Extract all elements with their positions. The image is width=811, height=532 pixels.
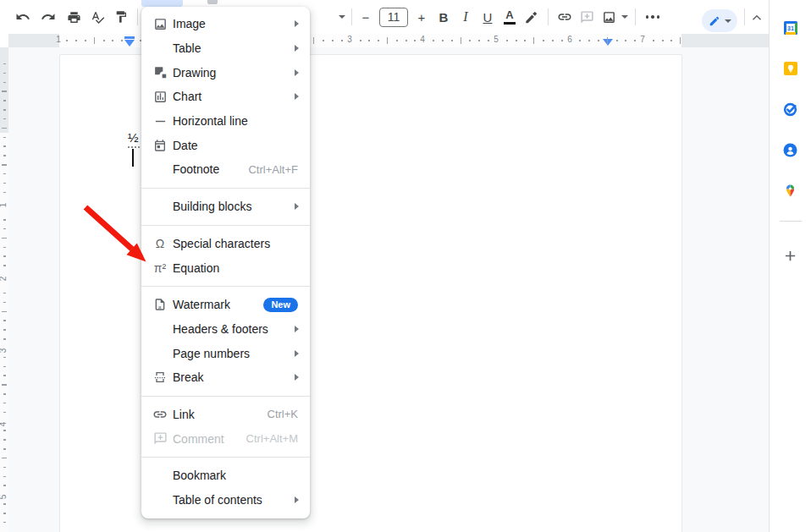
equation-icon: π² bbox=[152, 262, 168, 274]
ruler-tick bbox=[2, 238, 7, 239]
submenu-arrow-icon bbox=[295, 496, 299, 503]
google-tasks-icon[interactable] bbox=[770, 89, 811, 129]
menu-item-label: Bookmark bbox=[173, 469, 226, 482]
print-icon[interactable] bbox=[63, 6, 85, 28]
ruler-number: 6 bbox=[567, 35, 572, 44]
font-size-decrease-button[interactable]: − bbox=[355, 6, 377, 28]
submenu-arrow-icon bbox=[295, 20, 299, 27]
highlight-color-icon[interactable] bbox=[521, 6, 543, 28]
ruler-number: 3 bbox=[347, 35, 352, 44]
menu-item-label: Table of contents bbox=[173, 493, 262, 507]
ruler-tick bbox=[3, 155, 6, 156]
ruler-tick bbox=[516, 40, 517, 41]
text-color-icon: A bbox=[504, 9, 516, 25]
toolbar-separator bbox=[351, 8, 352, 25]
ruler-tick bbox=[2, 458, 7, 459]
font-size-increase-button[interactable]: + bbox=[411, 6, 433, 28]
menu-item-date[interactable]: Date bbox=[141, 133, 310, 157]
ruler-tick bbox=[2, 311, 7, 313]
menu-item-page-numbers[interactable]: Page numbers bbox=[141, 341, 310, 365]
date-icon bbox=[152, 139, 168, 152]
hide-menus-chevron-icon[interactable] bbox=[746, 7, 768, 29]
font-dropdown-caret-icon[interactable] bbox=[335, 6, 349, 28]
ruler-tick bbox=[396, 40, 398, 41]
menu-item-label: Horizontal line bbox=[173, 114, 248, 128]
right-indent-marker[interactable] bbox=[603, 39, 613, 46]
menu-item-table[interactable]: Table bbox=[141, 36, 310, 61]
more-options-icon[interactable] bbox=[641, 6, 665, 28]
menu-item-bookmark[interactable]: Bookmark bbox=[141, 463, 310, 488]
ruler-number: 2 bbox=[0, 277, 8, 282]
toolbar-separator bbox=[548, 8, 549, 25]
editing-mode-button[interactable] bbox=[702, 9, 737, 32]
ruler-tick bbox=[478, 40, 480, 41]
menu-item-horizontal-line[interactable]: Horizontal line bbox=[141, 109, 310, 134]
redo-icon[interactable] bbox=[37, 6, 59, 28]
menu-item-footnote[interactable]: FootnoteCtrl+Alt+F bbox=[141, 157, 310, 182]
ruler-tick bbox=[3, 476, 6, 478]
image-dropdown-caret-icon[interactable] bbox=[620, 6, 630, 28]
paint-format-icon[interactable] bbox=[110, 6, 132, 28]
text-color-button[interactable]: A bbox=[499, 6, 521, 28]
comment-icon bbox=[152, 431, 168, 446]
ruler-tick bbox=[625, 40, 626, 41]
pencil-icon bbox=[709, 15, 720, 27]
ruler-tick bbox=[3, 375, 6, 376]
get-addons-plus-icon[interactable] bbox=[770, 239, 811, 272]
menu-item-special-characters[interactable]: ΩSpecial characters bbox=[141, 232, 310, 256]
horizontal-line-icon bbox=[152, 114, 168, 129]
google-docs-window: − 11 + B I U A bbox=[0, 0, 811, 532]
menu-item-building-blocks[interactable]: Building blocks bbox=[141, 195, 310, 219]
insert-menu: ImageTableDrawingChartHorizontal lineDat… bbox=[141, 7, 310, 518]
ruler-tick bbox=[607, 37, 608, 44]
google-maps-icon[interactable] bbox=[770, 170, 811, 211]
italic-button[interactable]: I bbox=[455, 6, 477, 28]
side-panel: 31 bbox=[769, 0, 811, 532]
ruler-tick bbox=[94, 37, 95, 44]
ruler-tick bbox=[3, 265, 6, 266]
menu-item-drawing[interactable]: Drawing bbox=[141, 60, 310, 85]
underline-button[interactable]: U bbox=[477, 6, 499, 28]
toolbar-separator bbox=[635, 8, 636, 25]
ruler-tick bbox=[121, 40, 123, 41]
text-cursor bbox=[132, 149, 134, 167]
menu-item-label: Footnote bbox=[173, 162, 219, 176]
insert-link-icon[interactable] bbox=[554, 6, 576, 28]
menu-item-break[interactable]: Break bbox=[141, 365, 310, 390]
ruler-tick bbox=[533, 37, 534, 44]
menu-item-label: Equation bbox=[173, 261, 219, 275]
menu-item-link[interactable]: LinkCtrl+K bbox=[141, 403, 310, 427]
undo-icon[interactable] bbox=[12, 6, 34, 28]
menu-item-label: Chart bbox=[173, 90, 201, 103]
ruler-number: 4 bbox=[0, 422, 8, 427]
google-keep-icon[interactable] bbox=[770, 48, 811, 89]
menu-item-table-of-contents[interactable]: Table of contents bbox=[141, 488, 310, 513]
watermark-icon: a bbox=[152, 298, 168, 311]
ruler-tick bbox=[552, 40, 554, 41]
first-line-indent-marker[interactable] bbox=[124, 36, 135, 39]
ruler-tick bbox=[3, 63, 6, 65]
menu-item-equation[interactable]: π²Equation bbox=[141, 255, 310, 280]
bold-button[interactable]: B bbox=[433, 6, 455, 28]
menu-item-headers-footers[interactable]: Headers & footers bbox=[141, 317, 310, 342]
google-contacts-icon[interactable] bbox=[770, 129, 811, 170]
ruler-tick bbox=[3, 145, 6, 147]
menu-item-chart[interactable]: Chart bbox=[141, 85, 310, 109]
horizontal-ruler: 134567 bbox=[8, 34, 811, 48]
left-indent-marker[interactable] bbox=[124, 40, 135, 47]
ruler-tick bbox=[3, 255, 6, 257]
menu-item-image[interactable]: Image bbox=[141, 12, 310, 36]
svg-text:31: 31 bbox=[787, 25, 794, 31]
insert-image-icon[interactable] bbox=[598, 6, 620, 28]
google-calendar-icon[interactable]: 31 bbox=[770, 8, 811, 48]
menu-item-label: Page numbers bbox=[173, 347, 250, 360]
ruler-tick bbox=[103, 40, 105, 41]
spell-check-icon[interactable] bbox=[86, 6, 108, 28]
ruler-tick bbox=[461, 37, 461, 44]
ruler-number: 3 bbox=[0, 348, 8, 354]
ruler-number: 4 bbox=[420, 35, 425, 44]
toolbar-separator bbox=[137, 8, 138, 25]
menu-item-watermark[interactable]: aWatermarkNew bbox=[141, 293, 310, 317]
font-size-input[interactable]: 11 bbox=[379, 8, 408, 27]
insert-menu-highlight[interactable] bbox=[141, 0, 183, 7]
